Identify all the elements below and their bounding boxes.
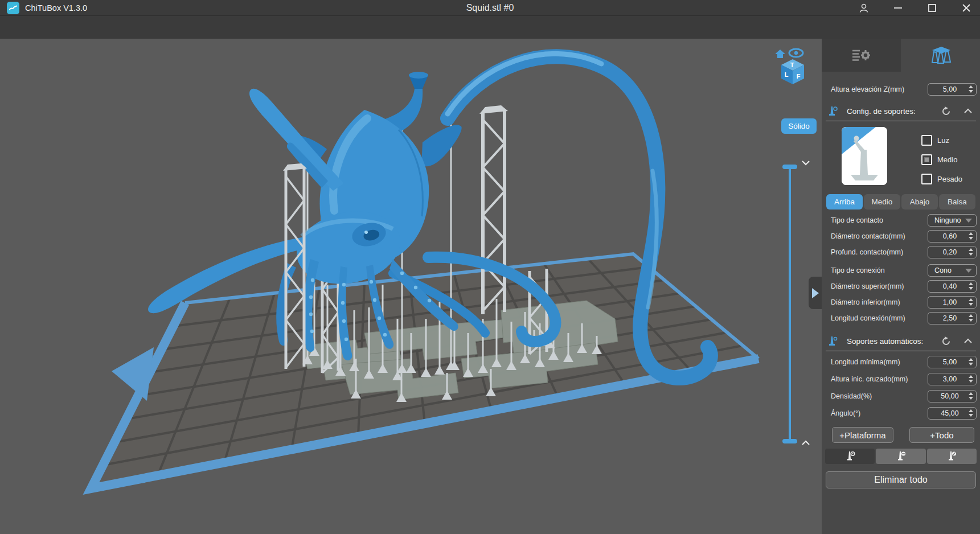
diametro-contacto-input[interactable]: 0,60	[928, 230, 977, 243]
support-edit-icon	[945, 450, 958, 463]
flap-arrow-icon	[812, 288, 819, 298]
support-part-tabs: Arriba Medio Abajo Balsa	[826, 194, 975, 210]
maximize-button[interactable]	[926, 2, 938, 14]
home-view-icon	[776, 50, 785, 58]
support-add-icon	[844, 450, 856, 463]
field-longitud-minima: Longitud mínima(mm) 5,00	[831, 356, 977, 368]
slider-expand-chevron-icon[interactable]	[801, 439, 811, 446]
field-longitud-conexion: Longitud conexión(mm) 2,50	[831, 312, 977, 324]
titlebar-divider	[0, 15, 980, 16]
settings-gear-icon	[851, 48, 872, 63]
dropdown-arrow-icon	[965, 269, 972, 273]
diametro-inferior-input[interactable]: 1,00	[928, 296, 977, 309]
minimize-button[interactable]	[892, 2, 904, 14]
auto-supports-collapse-icon[interactable]	[963, 338, 973, 344]
close-button[interactable]	[961, 2, 972, 14]
diametro-superior-input[interactable]: 0,40	[928, 280, 977, 293]
tab-balsa[interactable]: Balsa	[939, 194, 975, 210]
field-tipo-conexion: Tipo de conexión Cono	[831, 264, 977, 277]
spinner-arrows-icon[interactable]	[969, 85, 973, 93]
slider-collapse-chevron-icon[interactable]	[801, 159, 811, 166]
weight-option-luz[interactable]: Luz	[921, 130, 962, 150]
densidad-input[interactable]: 50,00	[928, 390, 977, 402]
spinner-arrows-icon[interactable]	[969, 409, 973, 417]
spinner-arrows-icon[interactable]	[969, 314, 973, 322]
auto-supports-refresh-icon[interactable]	[941, 336, 951, 346]
app-logo-icon	[7, 2, 19, 14]
support-config-title: Config. de soportes:	[847, 107, 937, 116]
tipo-conexion-dropdown[interactable]: Cono	[928, 264, 977, 277]
solid-render-mode-button[interactable]: Sólido	[781, 118, 817, 134]
support-preview-thumbnail[interactable]	[842, 127, 887, 185]
add-all-supports-button[interactable]: +Todo	[909, 427, 974, 443]
field-altura-cruzado: Altura inic. cruzado(mm) 3,00	[831, 373, 977, 385]
spinner-arrows-icon[interactable]	[969, 298, 973, 306]
field-diametro-inferior: Diámetro inferior(mm) 1,00	[831, 296, 977, 309]
panel-tabs	[822, 39, 980, 72]
field-profund-contacto: Profund. contacto(mm) 0,20	[831, 246, 977, 258]
field-tipo-contacto: Tipo de contacto Ninguno	[831, 214, 977, 227]
eye-visibility-icon	[789, 49, 803, 57]
weight-option-medio[interactable]: Medio	[921, 150, 962, 169]
elevation-input[interactable]: 5,00	[928, 83, 977, 96]
spinner-arrows-icon[interactable]	[969, 358, 973, 365]
altura-cruzado-input[interactable]: 3,00	[928, 373, 977, 385]
delete-all-supports-button[interactable]: Eliminar todo	[826, 471, 976, 488]
support-config-header: Config. de soportes:	[826, 105, 976, 121]
auto-supports-icon	[828, 336, 838, 347]
svg-text:T: T	[790, 61, 794, 68]
tab-abajo[interactable]: Abajo	[901, 194, 938, 210]
support-config-collapse-icon[interactable]	[963, 108, 973, 114]
user-account-icon[interactable]	[858, 2, 870, 14]
checkbox-medio	[921, 154, 932, 165]
layer-slider-end[interactable]	[782, 439, 797, 443]
support-preset-block: Luz Medio Pesado	[826, 127, 976, 188]
field-diametro-contacto: Diámetro contacto(mm) 0,60	[831, 230, 977, 243]
svg-text:L: L	[785, 71, 789, 78]
support-settings-panel: Altura elevación Z(mm) 5,00 Config. de s…	[822, 39, 980, 534]
tab-supports[interactable]	[901, 39, 980, 72]
weight-option-pesado[interactable]: Pesado	[921, 169, 962, 188]
field-diametro-superior: Diámetro superior(mm) 0,40	[831, 280, 977, 293]
orientation-cube: T L F	[781, 59, 804, 84]
elevation-label: Altura elevación Z(mm)	[831, 85, 904, 93]
longitud-minima-input[interactable]: 5,00	[928, 356, 977, 368]
spinner-arrows-icon[interactable]	[969, 392, 973, 400]
support-config-refresh-icon[interactable]	[941, 106, 951, 116]
edit-support-mode-button[interactable]	[927, 449, 977, 464]
auto-supports-header: Soportes automáticos:	[826, 335, 976, 351]
spinner-arrows-icon[interactable]	[969, 375, 973, 383]
view-cube[interactable]: T L F	[774, 48, 820, 85]
svg-text:F: F	[797, 73, 801, 80]
tab-medio[interactable]: Medio	[864, 194, 900, 210]
tipo-contacto-dropdown[interactable]: Ninguno	[928, 214, 977, 227]
spinner-arrows-icon[interactable]	[969, 248, 973, 256]
support-edit-mode-row	[825, 449, 977, 464]
add-support-mode-button[interactable]	[825, 449, 875, 464]
titlebar: ChiTuBox V1.3.0 Squid.stl #0	[0, 0, 980, 39]
support-weight-options: Luz Medio Pesado	[921, 127, 962, 188]
field-densidad: Densidad(%) 50,00	[831, 390, 977, 402]
app-title: ChiTuBox V1.3.0	[25, 3, 87, 13]
panel-collapse-flap[interactable]	[809, 277, 822, 309]
spinner-arrows-icon[interactable]	[969, 282, 973, 290]
angulo-input[interactable]: 45,00	[928, 407, 977, 420]
profund-contacto-input[interactable]: 0,20	[928, 246, 977, 258]
auto-supports-title: Soportes automáticos:	[847, 337, 937, 346]
3d-scene[interactable]	[0, 39, 822, 534]
checkbox-luz	[921, 135, 932, 146]
longitud-conexion-input[interactable]: 2,50	[928, 312, 977, 324]
support-config-icon	[828, 106, 838, 117]
spinner-arrows-icon[interactable]	[969, 232, 973, 240]
dropdown-arrow-icon	[965, 219, 972, 223]
tab-print-settings[interactable]	[822, 39, 901, 72]
support-remove-icon	[895, 450, 907, 463]
add-platform-supports-button[interactable]: +Plataforma	[832, 427, 893, 443]
elevation-row: Altura elevación Z(mm) 5,00	[831, 83, 977, 96]
field-angulo: Ángulo(°) 45,00	[831, 407, 977, 420]
tab-arriba[interactable]: Arriba	[826, 194, 863, 210]
chitubox-window: ChiTuBox V1.3.0 Squid.stl #0	[0, 0, 980, 534]
checkbox-pesado	[921, 174, 932, 184]
layer-slider-track[interactable]	[789, 167, 791, 439]
delete-support-mode-button[interactable]	[876, 449, 925, 464]
